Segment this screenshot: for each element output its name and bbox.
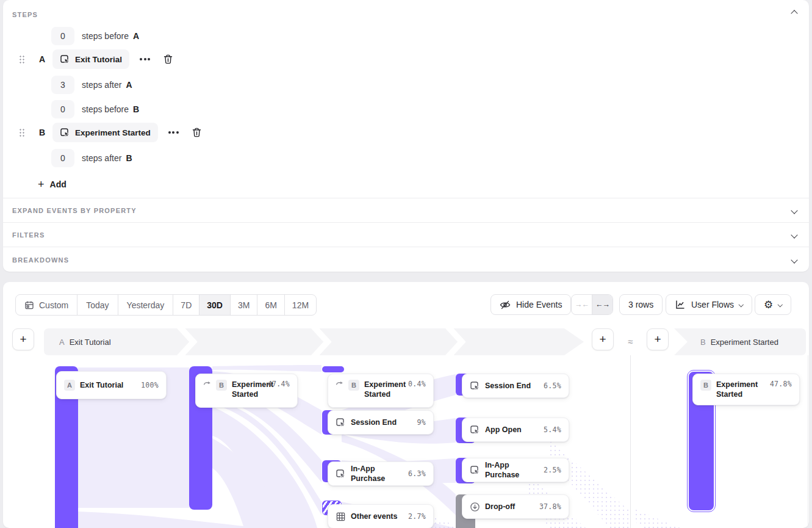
node-title: Session End — [485, 381, 531, 391]
flow-node-app-open[interactable]: App Open 5.4% — [462, 418, 569, 442]
accordion-filters[interactable]: FILTERS — [3, 222, 809, 247]
flow-node-in-app-purchase-2[interactable]: In-App Purchase 2.5% — [462, 458, 569, 482]
date-30d[interactable]: 30D — [199, 295, 230, 315]
step-badge: A — [64, 380, 75, 391]
flow-bar-experiment-started-small[interactable] — [322, 366, 344, 372]
collapse-columns-button[interactable]: →← — [572, 295, 592, 314]
count-label: steps before — [82, 104, 129, 114]
accordion-breakdowns[interactable]: BREAKDOWNS — [3, 247, 809, 272]
more-options-button[interactable] — [168, 131, 179, 134]
step-badge: B — [348, 380, 359, 391]
node-percentage: 9% — [417, 418, 426, 427]
plus-icon: + — [38, 179, 45, 190]
event-icon — [336, 418, 346, 428]
steps-after-a-row: 3 steps after A — [51, 75, 132, 95]
steps-after-a-input[interactable]: 3 — [51, 76, 74, 94]
flow-node-session-end-1[interactable]: Session End 9% — [328, 410, 434, 435]
steps-section-header: STEPS — [12, 9, 38, 20]
step-letter: A — [38, 54, 46, 64]
event-name: Experiment Started — [75, 128, 151, 137]
step-letter: B — [700, 338, 706, 347]
expand-columns-button[interactable]: ←→ — [592, 295, 613, 314]
flow-node-other-events[interactable]: Other events 2.7% — [328, 504, 434, 528]
node-percentage: 6.5% — [544, 382, 561, 390]
add-step-after-a-button[interactable] — [592, 328, 614, 350]
date-7d[interactable]: 7D — [173, 295, 199, 315]
rows-count-button[interactable]: 3 rows — [619, 294, 663, 315]
node-title: Experiment Started — [364, 380, 403, 400]
drag-handle-icon[interactable] — [19, 128, 25, 137]
add-label: Add — [50, 179, 66, 189]
date-12m[interactable]: 12M — [284, 295, 316, 315]
drop-off-icon — [470, 502, 480, 512]
step-badge: B — [700, 380, 711, 391]
event-select-button[interactable]: Experiment Started — [52, 123, 158, 142]
date-6m[interactable]: 6M — [257, 295, 284, 315]
node-percentage: 2.7% — [408, 512, 426, 521]
step-row-b: B Experiment Started — [19, 123, 202, 142]
node-title: In-App Purchase — [351, 464, 403, 484]
node-percentage: 47.4% — [268, 380, 290, 388]
query-builder-panel: STEPS 0 steps before A A Exit Tutorial 3… — [3, 0, 809, 272]
date-today[interactable]: Today — [77, 295, 117, 315]
gear-icon: ⚙ — [764, 300, 773, 310]
event-icon — [470, 381, 480, 391]
spacing-toggle: →← ←→ — [571, 294, 613, 315]
view-type-dropdown[interactable]: User Flows — [666, 294, 752, 315]
calendar-icon — [24, 300, 34, 310]
count-label: steps after — [82, 80, 121, 90]
steps-before-a-input[interactable]: 0 — [51, 27, 74, 45]
flow-node-session-end-2[interactable]: Session End 6.5% — [462, 374, 569, 398]
node-title: Exit Tutorial — [80, 380, 123, 390]
node-title: Other events — [351, 512, 397, 521]
flow-node-exit-tutorial[interactable]: A Exit Tutorial 100% — [56, 371, 167, 399]
flow-node-experiment-started-3[interactable]: B Experiment Started 47.8% — [692, 374, 800, 405]
drag-handle-icon[interactable] — [19, 55, 25, 64]
add-step-before-b-button[interactable] — [647, 328, 669, 350]
accordion-expand-events-by-property[interactable]: EXPAND EVENTS BY PROPERTY — [3, 198, 809, 223]
steps-after-b-input[interactable]: 0 — [51, 149, 74, 167]
step-letter: A — [59, 338, 65, 347]
date-3m[interactable]: 3M — [230, 295, 257, 315]
accordion-label: FILTERS — [12, 231, 45, 239]
event-select-button[interactable]: Exit Tutorial — [52, 49, 129, 69]
flows-chart-icon — [675, 299, 686, 310]
steps-before-b-input[interactable]: 0 — [51, 100, 74, 118]
trash-icon[interactable] — [192, 127, 202, 138]
date-range-control: Custom Today Yesterday 7D 30D 3M 6M 12M — [15, 294, 317, 316]
event-icon — [60, 54, 70, 65]
right-edge-line — [808, 355, 808, 528]
hide-events-label: Hide Events — [516, 300, 562, 309]
count-ref-letter: B — [126, 153, 132, 163]
flows-separator-line — [630, 328, 631, 528]
node-percentage: 37.8% — [539, 502, 561, 511]
node-percentage: 47.8% — [770, 380, 792, 388]
event-icon — [470, 425, 480, 435]
flow-node-in-app-purchase-1[interactable]: In-App Purchase 6.3% — [328, 461, 434, 486]
add-step-before-a-button[interactable] — [12, 328, 34, 350]
step-b-header-label: B Experiment Started — [700, 328, 778, 355]
add-step-button[interactable]: + Add — [38, 175, 66, 194]
step-a-header-label: A Exit Tutorial — [59, 328, 111, 355]
node-title: Experiment Started — [232, 380, 263, 400]
date-option-label: Custom — [39, 300, 68, 310]
steps-section-title: STEPS — [12, 11, 38, 18]
chevron-down-icon — [778, 302, 783, 307]
chevron-down-icon — [739, 302, 744, 307]
steps-before-b-row: 0 steps before B — [51, 99, 139, 119]
flow-node-drop-off[interactable]: Drop-off 37.8% — [462, 494, 569, 519]
date-yesterday[interactable]: Yesterday — [118, 295, 173, 315]
hide-events-button[interactable]: Hide Events — [490, 294, 571, 315]
date-custom[interactable]: Custom — [16, 295, 77, 315]
flow-node-experiment-started-1[interactable]: B Experiment Started 47.4% — [195, 374, 298, 408]
more-options-button[interactable] — [140, 58, 150, 60]
flow-node-experiment-started-2[interactable]: B Experiment Started 0.4% — [328, 374, 434, 408]
node-percentage: 100% — [141, 381, 159, 389]
collapse-steps-chevron-icon[interactable] — [791, 10, 797, 16]
node-title: Experiment Started — [716, 380, 765, 400]
node-title: App Open — [485, 425, 522, 435]
settings-dropdown[interactable]: ⚙ — [755, 294, 791, 315]
step-badge: B — [216, 380, 227, 391]
trash-icon[interactable] — [163, 54, 173, 65]
chevron-down-icon — [791, 207, 797, 214]
